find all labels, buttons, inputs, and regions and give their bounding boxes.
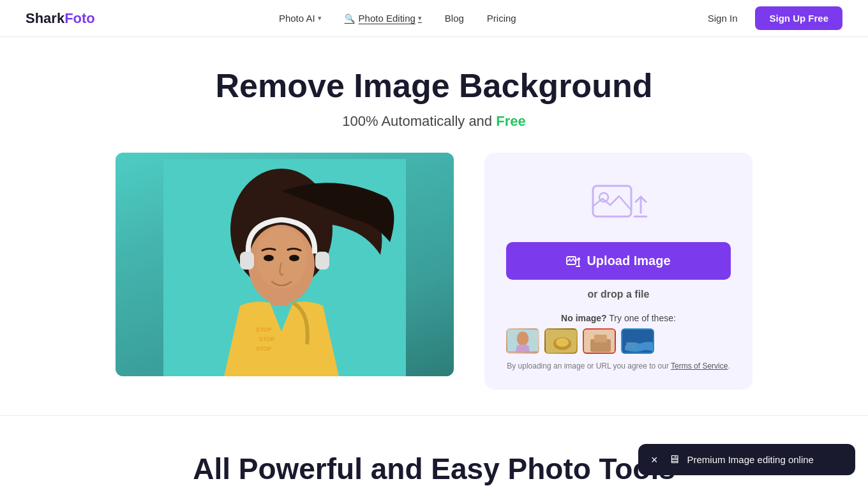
upload-image-button[interactable]: Upload Image [506, 242, 731, 280]
chevron-down-icon: ▾ [418, 14, 422, 22]
nav-item-photo-ai[interactable]: Photo AI ▾ [270, 8, 331, 29]
hero-subtitle: 100% Automatically and Free [342, 113, 525, 130]
hero-section: Remove Image Background 100% Automatical… [0, 37, 868, 410]
nav-center: Photo AI ▾ 🔍 Photo Editing ▾ Blog Pricin… [270, 8, 525, 29]
nav-item-blog[interactable]: Blog [436, 8, 473, 29]
terms-text: By uploading an image or URL you agree t… [506, 362, 731, 370]
svg-rect-11 [315, 252, 329, 270]
svg-rect-10 [240, 252, 254, 270]
svg-text:STOP: STOP [259, 336, 274, 342]
sign-up-button[interactable]: Sign Up Free [755, 6, 842, 30]
upload-icon [566, 254, 580, 268]
sample-images-row [506, 328, 731, 354]
hero-content: STOP STOP STOP [51, 153, 817, 390]
nav-right: Sign In Sign Up Free [700, 6, 842, 30]
chevron-down-icon: ▾ [318, 14, 322, 22]
notification-icon: 🖥 [668, 453, 680, 466]
nav-item-photo-editing[interactable]: 🔍 Photo Editing ▾ [336, 8, 431, 29]
svg-text:STOP: STOP [256, 326, 271, 333]
demo-image: STOP STOP STOP [116, 153, 454, 376]
svg-point-6 [289, 255, 299, 261]
svg-point-24 [556, 338, 569, 347]
sample-image-2[interactable] [544, 328, 578, 354]
notification-text: Premium Image editing online [687, 454, 842, 465]
logo[interactable]: SharkFoto [26, 10, 95, 27]
search-icon: 🔍 [345, 13, 355, 23]
upload-placeholder-icon [590, 179, 647, 224]
svg-point-21 [517, 332, 528, 346]
sign-in-button[interactable]: Sign In [700, 8, 745, 29]
section-divider [0, 415, 868, 416]
notification-close-button[interactable]: × [651, 454, 658, 466]
sample-image-3[interactable] [583, 328, 616, 354]
terms-of-service-link[interactable]: Terms of Service [671, 362, 728, 370]
nav-item-pricing[interactable]: Pricing [478, 8, 525, 29]
drop-file-label: or drop a file [588, 289, 650, 300]
svg-text:STOP: STOP [256, 346, 271, 352]
navbar: SharkFoto Photo AI ▾ 🔍 Photo Editing ▾ B… [0, 0, 868, 37]
notification-banner: × 🖥 Premium Image editing online [638, 444, 855, 475]
svg-rect-27 [594, 335, 607, 342]
sample-image-1[interactable] [506, 328, 539, 354]
hero-title: Remove Image Background [216, 68, 653, 104]
svg-point-5 [264, 255, 274, 261]
sample-image-4[interactable] [621, 328, 654, 354]
svg-rect-29 [626, 342, 636, 349]
no-image-section: No image? Try one of these: [506, 313, 731, 370]
upload-icon-area [590, 179, 647, 227]
person-illustration: STOP STOP STOP [163, 159, 406, 376]
upload-panel: Upload Image or drop a file No image? Tr… [484, 153, 752, 390]
